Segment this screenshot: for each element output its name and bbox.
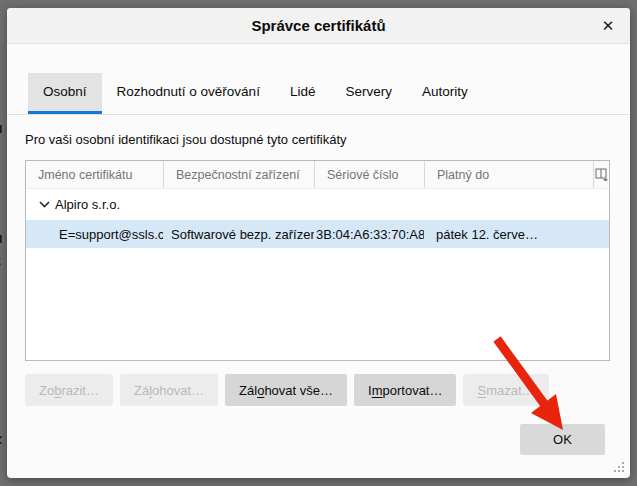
tab-servery[interactable]: Servery <box>330 73 407 111</box>
tab-osobni[interactable]: Osobní <box>28 73 102 111</box>
chevron-down-icon[interactable] <box>39 201 50 208</box>
table-row-selected[interactable]: E=support@ssls.cz Softwarové bezp. zaříz… <box>26 220 609 248</box>
dialog-title: Správce certifikátů <box>7 17 630 34</box>
column-header-name[interactable]: Jméno certifikátu <box>26 161 163 188</box>
background-page-fragment: u <box>0 120 3 136</box>
close-icon[interactable]: ✕ <box>597 15 619 37</box>
tab-lide[interactable]: Lidé <box>275 73 331 111</box>
background-page-fragment: ž <box>0 252 1 268</box>
view-button: Zobrazit… <box>25 374 113 406</box>
certificate-manager-dialog: Správce certifikátů ✕ Osobní Rozhodnutí … <box>7 8 630 478</box>
tab-rozhodnuti-o-overovani[interactable]: Rozhodnutí o ověřování <box>102 73 275 111</box>
backup-button: Zálohovat… <box>120 374 218 406</box>
tab-label: Rozhodnutí o ověřování <box>117 84 260 99</box>
group-name: Alpiro s.r.o. <box>55 197 120 212</box>
cell-valid-until: pátek 12. červe… <box>424 227 593 242</box>
dialog-titlebar: Správce certifikátů ✕ <box>7 8 630 44</box>
action-button-row: Zobrazit… Zálohovat… Zálohovat vše… Impo… <box>25 374 549 406</box>
cell-security-device: Softwarové bezp. zařízení <box>163 227 314 242</box>
ok-button[interactable]: OK <box>520 424 605 455</box>
tab-label: Autority <box>422 84 468 99</box>
tab-label: Osobní <box>43 84 87 99</box>
tab-label: Lidé <box>290 84 316 99</box>
column-header-valid[interactable]: Platný do <box>424 161 593 188</box>
delete-button: Smazat… <box>463 374 548 406</box>
certificate-table: Jméno certifikátu Bezpečnostní zařízení … <box>25 160 610 361</box>
table-row-group-alpiro[interactable]: Alpiro s.r.o. <box>26 189 609 220</box>
tab-autority[interactable]: Autority <box>407 73 483 111</box>
resize-grip[interactable] <box>614 462 625 473</box>
cell-certificate-name: E=support@ssls.cz <box>26 227 163 242</box>
import-button[interactable]: Importovat… <box>354 374 456 406</box>
intro-text: Pro vaši osobní identifikaci jsou dostup… <box>25 132 347 147</box>
tab-bar: Osobní Rozhodnutí o ověřování Lidé Serve… <box>7 73 630 115</box>
column-header-device[interactable]: Bezpečnostní zařízení <box>163 161 314 188</box>
cell-serial-number: 3B:04:A6:33:70:A8:6… <box>314 227 424 242</box>
tab-label: Servery <box>345 84 392 99</box>
background-page-fragment: < <box>0 432 2 448</box>
background-page-fragment: u <box>0 230 3 246</box>
column-header-serial[interactable]: Sériové číslo <box>314 161 424 188</box>
column-picker-icon[interactable] <box>593 161 609 188</box>
table-header: Jméno certifikátu Bezpečnostní zařízení … <box>26 161 609 189</box>
backup-all-button[interactable]: Zálohovat vše… <box>225 374 347 406</box>
